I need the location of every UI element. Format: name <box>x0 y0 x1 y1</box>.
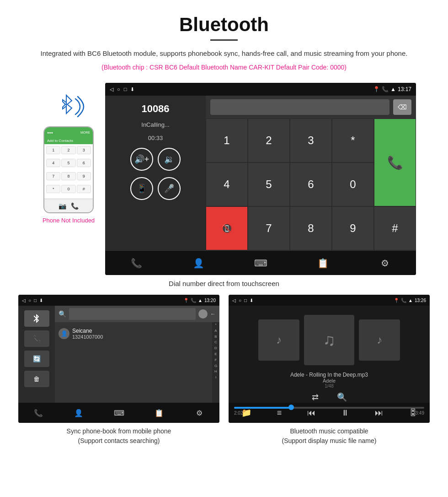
call-number: 10086 <box>141 103 169 115</box>
music-content: ♪ ♫ ♪ Adele - Rolling In the Deep. <box>229 306 430 403</box>
car-screen-main: ◁ ○ □ ⬇ 📍 📞 ▲ 13:17 10086 InCalling... 0… <box>105 83 416 275</box>
playlist-btn[interactable]: ≡ <box>277 408 282 418</box>
key-6[interactable]: 6 <box>290 162 332 206</box>
transfer-btn[interactable]: 📋 <box>314 254 332 272</box>
search-music-icon[interactable]: 🔍 <box>337 392 347 402</box>
progress-fill <box>234 407 291 409</box>
next-btn[interactable]: ⏭ <box>375 408 383 418</box>
contact-info: Seicane 13241007000 <box>72 328 103 340</box>
screen-bottom-bar: 📞 👤 ⌨ 📋 ⚙ <box>105 250 416 275</box>
prev-btn[interactable]: ⏮ <box>307 408 315 418</box>
contact-avatar: 👤 <box>59 328 69 339</box>
music-info: Adele - Rolling In the Deep.mp3 Adele 1/… <box>229 370 430 390</box>
shuffle-icon[interactable]: ⇄ <box>312 392 319 402</box>
pb-search-input[interactable] <box>69 308 196 320</box>
settings-btn[interactable]: ⚙ <box>376 254 394 272</box>
pb-caption-line2: (Support contacts searching) <box>78 437 160 444</box>
volume-down-button[interactable]: 🔉 <box>158 148 181 171</box>
pb-alpha-a[interactable]: * <box>212 322 219 328</box>
main-caption: Dial number direct from touchscreen <box>0 280 448 287</box>
music-caption: Bluetooth music compatible (Support disp… <box>229 427 430 446</box>
key-1[interactable]: 1 <box>206 119 248 162</box>
pb-bluetooth-btn[interactable] <box>24 310 49 327</box>
recents-btn[interactable]: 📞 <box>127 254 145 272</box>
pb-delete-btn[interactable]: 🗑 <box>24 371 49 387</box>
pb-alpha-e[interactable]: E <box>212 351 219 357</box>
pb-back-arrow[interactable]: ← <box>210 311 216 317</box>
list-item[interactable]: 👤 Seicane 13241007000 <box>59 326 208 341</box>
eq-btn[interactable]: 🎛 <box>409 408 417 418</box>
pb-alpha-g[interactable]: G <box>212 363 219 369</box>
specs-line: (Bluetooth chip : CSR BC6 Default Blueto… <box>9 64 439 71</box>
pb-bottom-bar: 📞 👤 ⌨ 📋 ⚙ <box>18 403 219 423</box>
pb-phone-btn[interactable]: 📞 <box>24 330 49 347</box>
pb-alpha-a[interactable]: A <box>212 328 219 334</box>
pb-recents-btn[interactable]: 📞 <box>29 404 48 422</box>
bluetooth-signal-icon <box>52 92 86 122</box>
page-header: Bluetooth Integrated with BC6 Bluetooth … <box>0 0 448 83</box>
pb-alpha-i[interactable]: I <box>212 375 219 381</box>
home-nav-icon: ○ <box>117 86 120 92</box>
key-0[interactable]: 0 <box>332 162 374 206</box>
phonebook-caption: Sync phone-book from mobile phone (Suppo… <box>18 427 219 446</box>
key-8[interactable]: 8 <box>290 206 332 250</box>
pb-alphabet-list: * A B C D E F G H I <box>212 322 219 403</box>
screen-content: 10086 InCalling... 00:33 🔊+ 🔉 📱 🎤 ⌫ <box>105 96 416 250</box>
numpad-grid: 1 2 3 * 📞 4 5 6 0 📵 7 8 9 <box>206 119 416 250</box>
music-note-right: ♪ <box>377 334 382 346</box>
key-3[interactable]: 3 <box>290 119 332 162</box>
contact-name: Seicane <box>72 328 103 334</box>
pb-alpha-h[interactable]: H <box>212 369 219 375</box>
main-screenshot-section: ●●● MORE Add to Contacts 123 456 789 *0#… <box>0 83 448 275</box>
progress-bar[interactable] <box>234 407 424 409</box>
play-pause-btn[interactable]: ⏸ <box>341 408 349 418</box>
album-main-container: ♫ <box>304 315 354 365</box>
contacts-btn[interactable]: 👤 <box>189 254 208 272</box>
pb-alpha-d[interactable]: D <box>212 346 219 351</box>
time-row: 2:02 3:49 <box>234 411 424 416</box>
pb-time: 13:20 <box>204 298 216 303</box>
numpad-input-box[interactable] <box>210 99 389 115</box>
pb-alpha-b[interactable]: B <box>212 334 219 340</box>
pb-settings-btn[interactable]: ⚙ <box>190 404 208 422</box>
pb-download-icon: ⬇ <box>39 298 43 303</box>
pb-alpha-f[interactable]: F <box>212 357 219 363</box>
pb-search-bar: 🔍 ← <box>55 306 219 322</box>
key-star[interactable]: * <box>332 119 374 162</box>
pb-status-bar: ◁ ○ □ ⬇ 📍 📞 ▲ 13:20 <box>18 295 219 306</box>
transfer-call-button[interactable]: 📱 <box>130 177 153 200</box>
music-caption-line1: Bluetooth music compatible <box>290 427 368 435</box>
key-call-accept[interactable]: 📞 <box>374 119 416 206</box>
pb-home-icon: ○ <box>28 298 31 303</box>
phone-top-bar: ●●● MORE <box>44 127 93 137</box>
pb-search-icon: 🔍 <box>59 310 66 318</box>
key-5[interactable]: 5 <box>248 162 290 206</box>
pb-sync-btn[interactable]: 🔄 <box>24 351 49 367</box>
numpad-clear-button[interactable]: ⌫ <box>393 99 411 115</box>
call-status-icon: 📞 <box>382 86 389 92</box>
call-status: InCalling... <box>141 121 169 128</box>
folder-btn[interactable]: 📁 <box>241 408 251 418</box>
music-home-icon: ○ <box>239 298 241 303</box>
pb-phone-icon: 📞 <box>191 298 196 303</box>
mute-button[interactable]: 🎤 <box>158 177 181 200</box>
pb-transfer-btn[interactable]: 📋 <box>150 404 168 422</box>
key-7[interactable]: 7 <box>248 206 290 250</box>
bottom-screenshots-section: ◁ ○ □ ⬇ 📍 📞 ▲ 13:20 <box>0 295 448 446</box>
music-recents-icon: □ <box>244 298 247 303</box>
pb-dialpad-btn[interactable]: ⌨ <box>110 404 128 422</box>
pb-sidebar: 📞 🔄 🗑 <box>18 306 55 403</box>
key-2[interactable]: 2 <box>248 119 290 162</box>
music-time: 13:26 <box>415 298 426 303</box>
key-4[interactable]: 4 <box>206 162 248 206</box>
pb-alpha-c[interactable]: C <box>212 340 219 346</box>
key-call-end[interactable]: 📵 <box>206 206 248 250</box>
pb-contacts-btn[interactable]: 👤 <box>69 404 88 422</box>
page-title: Bluetooth <box>9 14 439 36</box>
dialpad-btn[interactable]: ⌨ <box>251 254 270 272</box>
album-art-left: ♪ <box>258 319 299 361</box>
call-volume-buttons: 🔊+ 🔉 <box>130 148 181 171</box>
volume-up-button[interactable]: 🔊+ <box>130 148 153 171</box>
key-hash[interactable]: # <box>374 206 416 250</box>
key-9[interactable]: 9 <box>332 206 374 250</box>
